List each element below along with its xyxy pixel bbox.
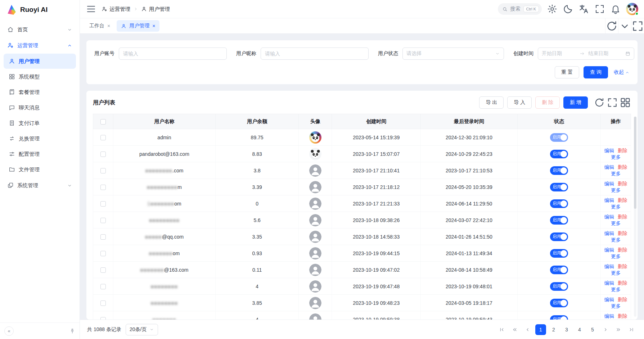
status-toggle[interactable]: 启用	[550, 232, 568, 241]
sidebar-item-chat[interactable]: 聊天消息	[4, 100, 76, 115]
prev-page-button[interactable]	[522, 324, 533, 335]
export-button[interactable]: 导 出	[479, 96, 504, 109]
row-checkbox[interactable]	[100, 267, 106, 273]
row-checkbox[interactable]	[100, 218, 106, 223]
select-all-checkbox[interactable]	[100, 119, 106, 125]
breadcrumb-item[interactable]: 用户管理	[141, 6, 170, 13]
row-more-link[interactable]: 更多	[611, 154, 621, 160]
created-date-range[interactable]: 开始日期 结束日期	[538, 48, 634, 60]
sidebar-item-system[interactable]: 系统管理	[4, 177, 76, 193]
row-edit-link[interactable]: 编辑	[604, 164, 614, 170]
row-more-link[interactable]: 更多	[611, 221, 621, 226]
sidebar-item-package[interactable]: 套餐管理	[4, 85, 76, 100]
row-more-link[interactable]: 更多	[611, 303, 621, 309]
row-checkbox[interactable]	[100, 168, 106, 173]
breadcrumb-item[interactable]: 运营管理	[102, 6, 130, 13]
row-checkbox[interactable]	[100, 284, 106, 289]
tab-close-icon[interactable]: ×	[152, 23, 155, 28]
status-toggle[interactable]: 启用	[550, 150, 568, 158]
prev-group-button[interactable]	[509, 324, 520, 335]
first-page-button[interactable]	[496, 324, 507, 335]
row-delete-link[interactable]: 删除	[618, 313, 627, 319]
row-edit-link[interactable]: 编辑	[604, 198, 614, 203]
row-checkbox[interactable]	[100, 152, 106, 157]
row-edit-link[interactable]: 编辑	[604, 264, 614, 269]
row-checkbox[interactable]	[100, 317, 106, 320]
row-more-link[interactable]: 更多	[611, 254, 621, 259]
row-edit-link[interactable]: 编辑	[604, 214, 614, 220]
row-edit-link[interactable]: 编辑	[604, 280, 614, 286]
row-delete-link[interactable]: 删除	[618, 198, 627, 203]
row-edit-link[interactable]: 编辑	[604, 181, 614, 186]
row-checkbox[interactable]	[100, 201, 106, 207]
sidebar-item-folder[interactable]: 文件管理	[4, 162, 76, 177]
sidebar-item-exchange[interactable]: 兑换管理	[4, 131, 76, 146]
status-toggle[interactable]: 启用	[550, 282, 568, 291]
delete-button[interactable]: 删 除	[535, 96, 560, 109]
row-more-link[interactable]: 更多	[611, 270, 621, 276]
row-more-link[interactable]: 更多	[611, 187, 621, 193]
sidebar-item-home[interactable]: 首页	[4, 22, 76, 37]
add-button[interactable]: 新 增	[563, 96, 588, 109]
status-toggle[interactable]: 启用	[550, 315, 568, 320]
table-refresh-icon[interactable]	[594, 97, 605, 108]
translate-icon[interactable]	[578, 4, 589, 14]
tab-close-icon[interactable]: ×	[107, 23, 110, 28]
sidebar-item-model[interactable]: 系统模型	[4, 69, 76, 84]
row-more-link[interactable]: 更多	[611, 237, 621, 243]
row-delete-link[interactable]: 删除	[618, 181, 627, 186]
row-checkbox[interactable]	[100, 234, 106, 240]
row-delete-link[interactable]: 删除	[618, 297, 627, 302]
tab-item[interactable]: 工作台×	[85, 20, 114, 32]
status-toggle[interactable]: 启用	[550, 133, 568, 142]
sidebar-item-order[interactable]: 支付订单	[4, 116, 76, 131]
row-checkbox[interactable]	[100, 135, 106, 140]
moon-icon[interactable]	[563, 4, 573, 14]
collapse-filter-link[interactable]: 收起	[614, 69, 630, 76]
settings-icon[interactable]	[547, 4, 558, 14]
search-button[interactable]: 查 询	[584, 66, 608, 78]
reset-button[interactable]: 重 置	[555, 66, 579, 78]
row-delete-link[interactable]: 删除	[618, 280, 627, 286]
tab-dropdown-chevron-icon[interactable]	[618, 18, 631, 33]
row-edit-link[interactable]: 编辑	[604, 247, 614, 253]
next-page-button[interactable]	[600, 324, 611, 335]
row-edit-link[interactable]: 编辑	[604, 313, 614, 319]
page-button-3[interactable]: 3	[561, 324, 572, 335]
global-search[interactable]: 搜索 Ctrl K	[498, 3, 542, 15]
row-delete-link[interactable]: 删除	[618, 214, 627, 220]
next-group-button[interactable]	[613, 324, 624, 335]
status-toggle[interactable]: 启用	[550, 199, 568, 208]
tab-active[interactable]: 用户管理×	[117, 20, 159, 32]
status-toggle[interactable]: 启用	[550, 216, 568, 225]
row-edit-link[interactable]: 编辑	[604, 297, 614, 302]
row-delete-link[interactable]: 删除	[618, 164, 627, 170]
status-select[interactable]: 请选择	[402, 48, 504, 60]
status-toggle[interactable]: 启用	[550, 166, 568, 175]
status-toggle[interactable]: 启用	[550, 249, 568, 258]
row-delete-link[interactable]: 删除	[618, 231, 627, 236]
pin-icon[interactable]	[69, 328, 75, 334]
bell-icon[interactable]	[610, 4, 621, 14]
row-delete-link[interactable]: 删除	[618, 148, 627, 153]
status-toggle[interactable]: 启用	[550, 183, 568, 191]
sidebar-item-user[interactable]: 用户管理	[4, 54, 76, 69]
scrollbar-thumb[interactable]	[634, 117, 636, 209]
account-input[interactable]	[119, 48, 227, 60]
app-logo[interactable]: Ruoyi AI	[0, 0, 80, 19]
fullscreen-icon[interactable]	[594, 4, 605, 14]
row-more-link[interactable]: 更多	[611, 287, 621, 292]
row-checkbox[interactable]	[100, 300, 106, 306]
nickname-input[interactable]	[261, 48, 369, 60]
table-scrollbar[interactable]	[634, 117, 636, 317]
sidebar-collapse-button[interactable]: «	[4, 326, 14, 336]
row-more-link[interactable]: 更多	[611, 171, 621, 176]
import-button[interactable]: 导 入	[507, 96, 532, 109]
row-delete-link[interactable]: 删除	[618, 247, 627, 253]
table-fullscreen-icon[interactable]	[607, 97, 618, 108]
sidebar-item-operations[interactable]: 运营管理	[4, 37, 76, 53]
row-delete-link[interactable]: 删除	[618, 264, 627, 269]
page-button-2[interactable]: 2	[548, 324, 559, 335]
status-toggle[interactable]: 启用	[550, 299, 568, 307]
page-button-4[interactable]: 4	[574, 324, 585, 335]
